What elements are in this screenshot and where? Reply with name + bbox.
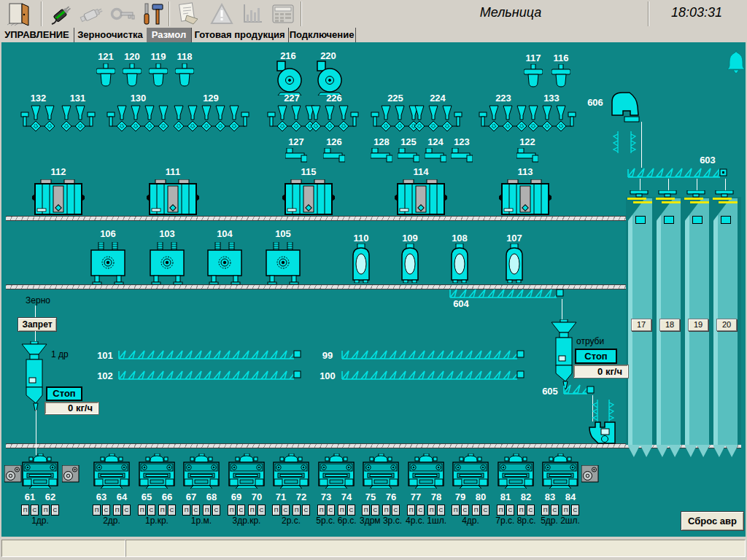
indicator-p[interactable]: П — [472, 505, 480, 516]
purifier[interactable] — [449, 244, 470, 283]
sifter[interactable] — [207, 242, 242, 284]
indicator-s[interactable]: С — [147, 505, 155, 516]
indicator-s[interactable]: С — [212, 505, 220, 516]
indicator-p[interactable]: П — [497, 505, 505, 516]
indicator-p[interactable]: П — [248, 505, 256, 516]
disconnect-plug-icon[interactable] — [77, 1, 107, 27]
indicator-p[interactable]: П — [427, 505, 436, 516]
trends-chart-icon[interactable] — [238, 1, 267, 27]
roller-mill-machine[interactable] — [271, 454, 311, 489]
indicator-s[interactable]: С — [481, 505, 489, 516]
bran-weigher-hopper[interactable] — [549, 319, 578, 389]
indicator-p[interactable]: П — [541, 505, 549, 516]
indicator-p[interactable]: П — [382, 505, 390, 516]
roller-mill-machine[interactable] — [226, 454, 267, 489]
settings-tools-icon[interactable] — [137, 1, 166, 27]
indicator-s[interactable]: С — [461, 505, 469, 516]
report-journal-icon[interactable] — [175, 1, 204, 27]
indicator-s[interactable]: С — [327, 505, 335, 516]
indicator-s[interactable]: С — [51, 505, 59, 516]
airlock-feeder[interactable] — [149, 63, 168, 88]
tab-gotovaya-produkciya[interactable]: Готовая продукция — [191, 28, 289, 42]
tab-upravlenie[interactable]: УПРАВЛЕНИЕ — [0, 28, 74, 42]
grain-stop-button[interactable]: Стоп — [46, 386, 82, 401]
indicator-p[interactable]: П — [452, 505, 460, 516]
indicator-p[interactable]: П — [362, 505, 370, 516]
silo-inlet-valve[interactable] — [684, 190, 709, 203]
sifter[interactable] — [90, 242, 125, 284]
fan[interactable] — [273, 61, 303, 96]
cyclone-discharger[interactable] — [587, 420, 619, 446]
alarm-reset-button[interactable]: Сброс авр — [681, 511, 744, 531]
indicator-p[interactable]: П — [272, 505, 280, 516]
screw-feeder[interactable] — [451, 148, 473, 163]
roller-mill-machine[interactable] — [360, 454, 401, 489]
mill-cabinet[interactable] — [147, 179, 199, 217]
indicator-s[interactable]: С — [371, 505, 379, 516]
indicator-p[interactable]: П — [182, 505, 190, 516]
indicator-p[interactable]: П — [21, 505, 29, 516]
sieve-outlet-battery[interactable] — [309, 105, 359, 134]
control-panel-icon[interactable] — [268, 1, 298, 27]
indicator-s[interactable]: С — [392, 505, 400, 516]
tab-podklyuchenie[interactable]: Подключение — [288, 28, 356, 42]
indicator-s[interactable]: С — [527, 505, 535, 516]
grain-weigher-hopper[interactable] — [20, 341, 49, 411]
connect-plug-icon[interactable] — [47, 1, 76, 27]
fan[interactable] — [313, 61, 344, 96]
mill-cabinet[interactable] — [395, 179, 447, 217]
indicator-s[interactable]: С — [437, 505, 445, 516]
purifier[interactable] — [504, 244, 525, 283]
bran-stop-button[interactable]: Стоп — [575, 349, 617, 364]
indicator-p[interactable]: П — [228, 505, 236, 516]
indicator-p[interactable]: П — [113, 505, 121, 516]
mill-cabinet[interactable] — [282, 179, 335, 217]
tab-razmol[interactable]: Размол — [147, 28, 192, 42]
cyclone-separator[interactable] — [610, 90, 642, 130]
indicator-p[interactable]: П — [293, 505, 301, 516]
indicator-s[interactable]: С — [168, 505, 176, 516]
indicator-p[interactable]: П — [93, 505, 101, 516]
mill-cabinet[interactable] — [32, 179, 85, 217]
tab-zernoochistka[interactable]: Зерноочистка — [74, 28, 147, 42]
alarm-warning-icon[interactable] — [207, 1, 236, 27]
indicator-p[interactable]: П — [517, 505, 525, 516]
indicator-s[interactable]: С — [347, 505, 355, 516]
airlock-feeder[interactable] — [175, 63, 194, 88]
indicator-s[interactable]: С — [237, 505, 245, 516]
indicator-s[interactable]: С — [417, 505, 425, 516]
exit-door-icon[interactable] — [4, 1, 34, 27]
indicator-p[interactable]: П — [158, 505, 166, 516]
indicator-s[interactable]: С — [31, 505, 39, 516]
purifier[interactable] — [351, 244, 371, 283]
silo-inlet-valve[interactable] — [656, 190, 681, 203]
roller-mill-machine[interactable] — [540, 454, 581, 489]
sieve-outlet-battery[interactable] — [479, 105, 528, 134]
screw-feeder[interactable] — [425, 148, 446, 163]
indicator-p[interactable]: П — [42, 505, 50, 516]
sieve-outlet-battery[interactable] — [413, 105, 462, 134]
indicator-s[interactable]: С — [282, 505, 290, 516]
indicator-p[interactable]: П — [562, 505, 570, 516]
indicator-s[interactable]: С — [102, 505, 110, 516]
sifter[interactable] — [266, 242, 301, 284]
roller-mill-machine[interactable] — [181, 454, 222, 489]
silo-inlet-valve[interactable] — [627, 190, 652, 203]
indicator-s[interactable]: С — [551, 505, 559, 516]
mill-cabinet[interactable] — [499, 179, 551, 217]
roller-mill-machine[interactable] — [495, 454, 536, 489]
indicator-s[interactable]: С — [123, 505, 131, 516]
silo-inlet-valve[interactable] — [713, 190, 738, 203]
access-key-icon[interactable] — [108, 1, 137, 27]
screw-feeder[interactable] — [371, 148, 392, 163]
airlock-feeder[interactable] — [551, 64, 570, 89]
indicator-p[interactable]: П — [407, 505, 415, 516]
roller-mill-machine[interactable] — [136, 454, 177, 489]
screw-feeder[interactable] — [398, 148, 419, 163]
alarm-bell-icon[interactable] — [727, 50, 746, 74]
indicator-p[interactable]: П — [338, 505, 346, 516]
indicator-s[interactable]: С — [258, 505, 266, 516]
indicator-s[interactable]: С — [571, 505, 579, 516]
grain-gate-button[interactable]: Запрет — [18, 317, 57, 332]
indicator-s[interactable]: С — [302, 505, 310, 516]
